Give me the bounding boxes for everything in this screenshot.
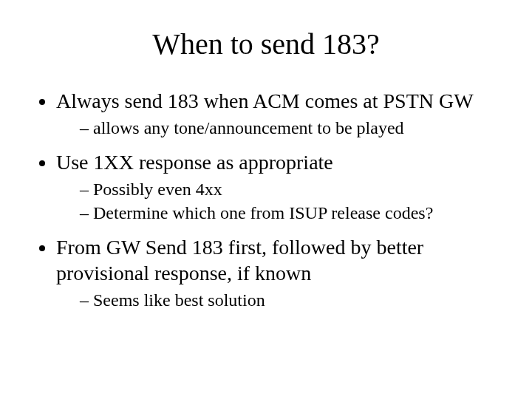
bullet-text: From GW Send 183 first, followed by bett… <box>56 236 423 284</box>
list-item: Determine which one from ISUP release co… <box>80 202 497 224</box>
bullet-text: Always send 183 when ACM comes at PSTN G… <box>56 89 474 112</box>
sub-list: allows any tone/announcement to be playe… <box>80 117 497 139</box>
sub-bullet-text: Possibly even 4xx <box>93 180 222 199</box>
list-item: Possibly even 4xx <box>80 178 497 200</box>
sub-bullet-text: Determine which one from ISUP release co… <box>93 203 433 222</box>
bullet-list: Always send 183 when ACM comes at PSTN G… <box>56 88 497 311</box>
slide-title: When to send 183? <box>35 27 497 61</box>
list-item: Seems like best solution <box>80 289 497 311</box>
sub-list: Seems like best solution <box>80 289 497 311</box>
sub-list: Possibly even 4xx Determine which one fr… <box>80 178 497 224</box>
sub-bullet-text: allows any tone/announcement to be playe… <box>93 118 404 137</box>
slide: When to send 183? Always send 183 when A… <box>0 0 532 399</box>
bullet-text: Use 1XX response as appropriate <box>56 151 333 174</box>
list-item: allows any tone/announcement to be playe… <box>80 117 497 139</box>
sub-bullet-text: Seems like best solution <box>93 290 265 310</box>
list-item: From GW Send 183 first, followed by bett… <box>56 234 497 311</box>
list-item: Use 1XX response as appropriate Possibly… <box>56 149 497 224</box>
list-item: Always send 183 when ACM comes at PSTN G… <box>56 88 497 139</box>
